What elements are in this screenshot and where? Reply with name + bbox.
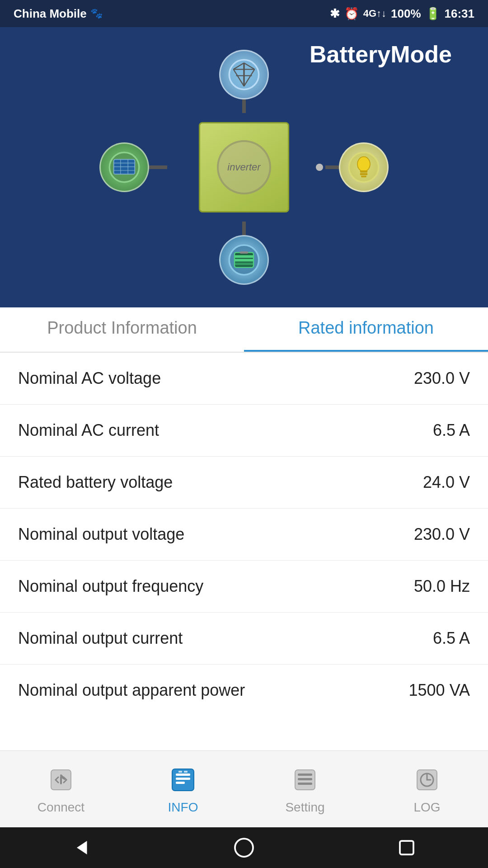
setting-icon: [289, 764, 321, 796]
svg-rect-17: [360, 170, 367, 173]
alarm-icon: ⏰: [344, 7, 359, 21]
power-diagram: inverter: [108, 59, 380, 276]
nav-log-label: LOG: [413, 800, 440, 815]
row-value-5: 6.5 A: [433, 629, 470, 648]
row-value-2: 24.0 V: [423, 473, 470, 492]
status-right: ✱ ⏰ 4G↑↓ 100% 🔋 16:31: [330, 7, 474, 21]
tab-product-information[interactable]: Product Information: [0, 307, 244, 352]
row-label-0: Nominal AC voltage: [18, 369, 161, 388]
table-row: Nominal AC current 6.5 A: [0, 405, 488, 457]
home-button[interactable]: [230, 834, 258, 861]
table-row: Nominal AC voltage 230.0 V: [0, 353, 488, 405]
recents-button[interactable]: [393, 834, 420, 861]
row-value-1: 6.5 A: [433, 421, 470, 440]
bluetooth-icon: ✱: [330, 7, 340, 21]
table-row: Nominal output voltage 230.0 V: [0, 509, 488, 561]
svg-rect-18: [360, 173, 367, 175]
info-icon: [167, 764, 199, 796]
carrier-icon: 🐾: [90, 8, 103, 19]
row-label-2: Rated battery voltage: [18, 473, 173, 492]
nav-info-label: INFO: [168, 800, 198, 815]
svg-rect-25: [240, 251, 249, 254]
table-row: Nominal output apparent power 1500 VA: [0, 665, 488, 716]
row-label-3: Nominal output voltage: [18, 525, 184, 544]
system-navigation-bar: [0, 827, 488, 868]
row-value-3: 230.0 V: [414, 525, 470, 544]
battery-label: 100%: [391, 7, 421, 21]
inverter-box: inverter: [199, 122, 289, 212]
nav-info[interactable]: INFO: [122, 751, 244, 827]
battery-status-icon: [219, 235, 269, 285]
nav-connect[interactable]: Connect: [0, 751, 122, 827]
status-left: China Mobile 🐾: [14, 7, 103, 21]
connect-icon: [45, 764, 77, 796]
tab-bar: Product Information Rated information: [0, 307, 488, 353]
hero-section: BatteryMode inverter: [0, 27, 488, 307]
power-tower-icon: [219, 50, 269, 99]
svg-rect-22: [235, 255, 253, 258]
table-row: Nominal output current 6.5 A: [0, 613, 488, 665]
svg-rect-31: [178, 771, 182, 773]
row-value-6: 1500 VA: [409, 681, 470, 700]
inverter-label: inverter: [227, 161, 260, 173]
svg-marker-39: [77, 841, 87, 854]
log-icon: [411, 764, 443, 796]
svg-rect-30: [176, 782, 185, 784]
carrier-label: China Mobile: [14, 7, 87, 21]
table-row: Nominal output frequency 50.0 Hz: [0, 561, 488, 613]
nav-setting[interactable]: Setting: [244, 751, 366, 827]
table-row: Rated battery voltage 24.0 V: [0, 457, 488, 509]
nav-connect-label: Connect: [38, 800, 84, 815]
svg-rect-29: [176, 778, 190, 780]
svg-point-16: [357, 157, 370, 172]
solar-panel-icon: [99, 142, 149, 192]
svg-rect-24: [235, 263, 253, 265]
svg-point-40: [235, 839, 253, 857]
light-bulb-icon: [339, 142, 389, 192]
svg-rect-41: [400, 841, 413, 854]
svg-rect-28: [176, 774, 190, 776]
row-label-6: Nominal output apparent power: [18, 681, 245, 700]
row-value-0: 230.0 V: [414, 369, 470, 388]
svg-rect-36: [298, 783, 312, 785]
back-button[interactable]: [68, 834, 95, 861]
time-label: 16:31: [445, 7, 475, 21]
gear-circle: inverter: [217, 140, 271, 194]
svg-rect-23: [235, 259, 253, 262]
svg-rect-19: [361, 176, 366, 178]
svg-rect-32: [184, 771, 188, 773]
data-list: Nominal AC voltage 230.0 V Nominal AC cu…: [0, 353, 488, 750]
nav-setting-label: Setting: [285, 800, 324, 815]
row-label-1: Nominal AC current: [18, 421, 159, 440]
bottom-navigation: Connect INFO Setting: [0, 750, 488, 827]
row-value-4: 50.0 Hz: [414, 577, 470, 596]
svg-rect-34: [298, 774, 312, 776]
row-label-5: Nominal output current: [18, 629, 183, 648]
signal-icon: 4G↑↓: [363, 8, 386, 19]
battery-icon: 🔋: [426, 7, 440, 21]
status-bar: China Mobile 🐾 ✱ ⏰ 4G↑↓ 100% 🔋 16:31: [0, 0, 488, 27]
svg-rect-35: [298, 778, 312, 780]
row-label-4: Nominal output frequency: [18, 577, 203, 596]
tab-rated-information[interactable]: Rated information: [244, 307, 488, 352]
nav-log[interactable]: LOG: [366, 751, 488, 827]
